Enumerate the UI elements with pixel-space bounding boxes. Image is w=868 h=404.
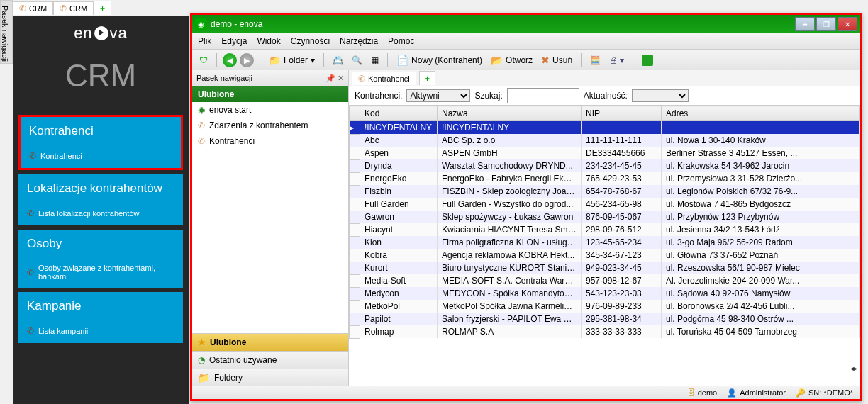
table-row[interactable]: GawronSklep spożywczy - Łukasz Gawron876… — [350, 211, 860, 223]
filter-search-input[interactable] — [507, 88, 579, 103]
table-row[interactable]: MetkoPolMetkoPol Spółka Jawna Karmelick.… — [350, 300, 860, 313]
row-header[interactable] — [350, 134, 360, 147]
minimize-button[interactable]: ━ — [795, 17, 815, 31]
tile-kampanie[interactable]: Kampanie✆Lista kampanii — [18, 292, 183, 343]
row-header[interactable] — [350, 185, 360, 198]
row-header[interactable] — [350, 236, 360, 249]
col-kod[interactable]: Kod — [360, 106, 438, 121]
nav-section-favorites[interactable]: ★Ulubione — [192, 333, 348, 351]
table-row[interactable]: KobraAgencja reklamowa KOBRA Hekt...345-… — [350, 249, 860, 262]
col-nip[interactable]: NIP — [582, 106, 662, 121]
row-header[interactable] — [350, 313, 360, 325]
phone-icon: ✆ — [27, 208, 34, 218]
status-sn: 🔑SN: *DEMO* — [796, 388, 853, 398]
row-header[interactable] — [350, 249, 360, 262]
nav-section-recent[interactable]: ◔Ostatnio używane — [192, 351, 348, 369]
table-row[interactable]: HiacyntKwiaciarnia HIACYNT Teresa Smu...… — [350, 223, 860, 236]
menu-edycja[interactable]: Edycja — [221, 36, 247, 46]
folder-button[interactable]: 📁Folder ▾ — [266, 53, 318, 67]
col-adres[interactable]: Adres — [662, 106, 860, 121]
tab-crm-2[interactable]: ✆CRM — [53, 1, 94, 15]
cell-adres: ul. Główna 73 37-652 Poznań — [662, 249, 860, 262]
nav-item-events[interactable]: ✆Zdarzenia z kontrahentem — [192, 118, 348, 133]
cell-nazwa: Warsztat Samochodowy DRYND... — [438, 159, 582, 172]
content-tab-contractors[interactable]: ✆Kontrahenci — [352, 72, 416, 85]
table-row[interactable]: Full GardenFull Garden - Wszystko do ogr… — [350, 198, 860, 211]
menu-czynności[interactable]: Czynności — [291, 36, 330, 46]
menu-pomoc[interactable]: Pomoc — [388, 36, 414, 46]
tab-add[interactable]: ＋ — [94, 1, 111, 15]
menu-widok[interactable]: Widok — [257, 36, 280, 46]
print-button[interactable]: 🖨 ▾ — [606, 54, 627, 67]
phone-icon: ✆ — [29, 151, 36, 161]
pin-icon[interactable]: 📌 — [326, 74, 335, 82]
table-row[interactable]: RolmapROLMAP S.A333-33-33-333ul. Toruńsk… — [350, 325, 860, 338]
table-row[interactable]: FiszbinFISZBIN - Sklep zoologiczny Joan.… — [350, 185, 860, 198]
table-row[interactable]: ▸!INCYDENTALNY!INCYDENTALNY — [350, 121, 860, 135]
row-header[interactable] — [350, 159, 360, 172]
table-row[interactable]: MedyconMEDYCON - Spółka Komandytow...543… — [350, 287, 860, 300]
table-row[interactable]: KurortBiuro turystyczne KURORT Stanisł..… — [350, 262, 860, 274]
tab-crm-1[interactable]: ✆CRM — [13, 1, 53, 15]
refresh-button[interactable]: 🛡 — [196, 54, 211, 67]
tile-osoby[interactable]: Osoby✆Osoby związane z kontrahentami, ba… — [18, 230, 183, 288]
table-row[interactable]: AspenASPEN GmbHDE3334455666Berliner Stra… — [350, 147, 860, 159]
table-row[interactable]: KlonFirma poligraficzna KLON - usługi ..… — [350, 236, 860, 249]
nav-section-label: Foldery — [214, 373, 243, 383]
window-title: demo - enova — [211, 19, 262, 29]
cell-nip: 957-098-12-67 — [582, 274, 662, 287]
sidebar-tab-nav[interactable]: Pasek nawigacji — [0, 0, 13, 64]
maximize-button[interactable]: ❐ — [816, 17, 836, 31]
content-tab-add[interactable]: ＋ — [419, 71, 435, 85]
row-header[interactable] — [350, 147, 360, 159]
nav-section-folders[interactable]: 📁Foldery — [192, 369, 348, 386]
row-header[interactable] — [350, 198, 360, 211]
row-header[interactable] — [350, 262, 360, 274]
row-header[interactable] — [350, 172, 360, 185]
nav-item-start[interactable]: ◉enova start — [192, 102, 348, 118]
tool-button-2[interactable]: 🔍 — [349, 54, 365, 67]
tile-lokalizacje-kontrahentów[interactable]: Lokalizacje kontrahentów✆Lista lokalizac… — [18, 174, 183, 225]
user-icon: 👤 — [727, 388, 737, 398]
row-header[interactable]: ▸ — [350, 121, 360, 135]
row-header[interactable] — [350, 274, 360, 287]
tile-kontrahenci[interactable]: Kontrahenci✆Kontrahenci — [18, 115, 183, 170]
content-tab-label: Kontrahenci — [368, 74, 410, 83]
row-header[interactable] — [350, 300, 360, 313]
tool-button-1[interactable]: 📇 — [330, 54, 346, 67]
cell-kod: MetkoPol — [360, 300, 438, 313]
tool-button-5[interactable] — [639, 53, 656, 67]
table-row[interactable]: PapilotSalon fryzjerski - PAPILOT Ewa G.… — [350, 313, 860, 325]
row-header[interactable] — [350, 211, 360, 223]
nav-item-contractors[interactable]: ✆Kontrahenci — [192, 133, 348, 149]
new-button[interactable]: 📄Nowy (Kontrahent) — [394, 53, 485, 67]
row-header-col[interactable] — [350, 106, 360, 121]
menu-narzędzia[interactable]: Narzędzia — [340, 36, 378, 46]
menu-plik[interactable]: Plik — [198, 36, 211, 46]
filter-validity-select[interactable] — [632, 89, 689, 102]
table-row[interactable]: Media-SoftMEDIA-SOFT S.A. Centrala Warsz… — [350, 274, 860, 287]
close-icon[interactable]: ✕ — [338, 74, 344, 82]
row-header[interactable] — [350, 325, 360, 338]
table-row[interactable]: AbcABC Sp. z o.o111-11-11-111ul. Nowa 1 … — [350, 134, 860, 147]
row-header[interactable] — [350, 223, 360, 236]
filter-contractors-select[interactable]: Aktywni — [406, 89, 470, 102]
close-button[interactable]: ✕ — [838, 17, 857, 31]
top-tabs: ✆CRM ✆CRM ＋ — [13, 0, 111, 16]
delete-button[interactable]: ✖Usuń — [538, 53, 575, 67]
cell-nip: 333-33-33-333 — [582, 325, 662, 338]
cell-adres: ul. Podgórna 45 98-340 Ostrów ... — [662, 313, 860, 325]
open-button[interactable]: 📂Otwórz — [488, 53, 535, 67]
tool-button-3[interactable]: ▦ — [368, 54, 382, 67]
table-row[interactable]: EnergoEkoEnergoEko - Fabryka Energii Eko… — [350, 172, 860, 185]
row-header[interactable] — [350, 287, 360, 300]
window-titlebar[interactable]: ◉ demo - enova ━ ❐ ✕ — [192, 15, 860, 33]
table-wrap[interactable]: Kod Nazwa NIP Adres ▸!INCYDENTALNY!INCYD… — [349, 106, 860, 386]
nav-panel-buttons: 📌 ✕ — [326, 74, 344, 83]
nav-forward-button[interactable]: ▶ — [240, 53, 254, 67]
col-nazwa[interactable]: Nazwa — [438, 106, 582, 121]
table-row[interactable]: DryndaWarsztat Samochodowy DRYND...234-2… — [350, 159, 860, 172]
tool-button-4[interactable]: 🧮 — [587, 54, 603, 67]
nav-section-favorites-header[interactable]: Ulubione — [192, 86, 348, 102]
nav-back-button[interactable]: ◀ — [223, 53, 237, 67]
